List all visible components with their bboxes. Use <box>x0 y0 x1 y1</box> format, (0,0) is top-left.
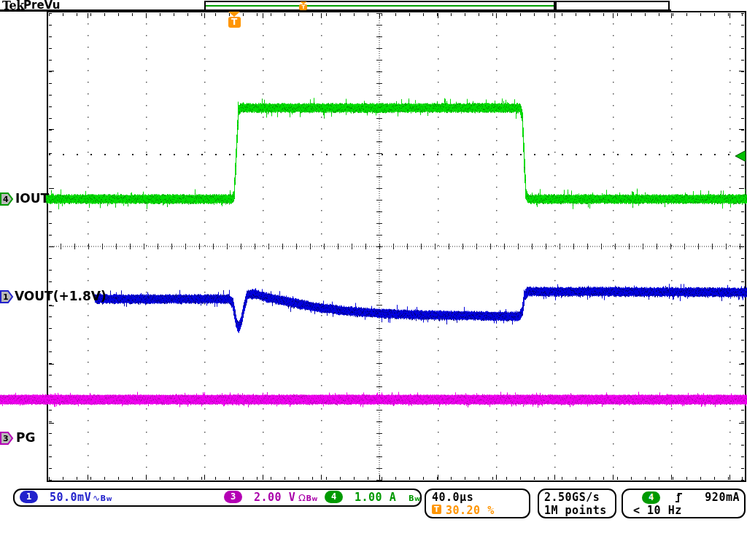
acquisition-readout-box[interactable]: 2.50GS/s 1M points <box>538 489 616 518</box>
channel-1-scale: 50.0mV <box>50 491 91 504</box>
channel-1-position-marker-icon[interactable]: 1 <box>0 290 14 303</box>
oscilloscope-screen: Tek PreVu T T 4 1 3 IOUT VOUT(+1.8V) PG … <box>0 0 747 560</box>
trigger-position-marker-icon[interactable]: T <box>228 12 241 28</box>
record-length-readout: 1M points <box>544 504 607 517</box>
trigger-position-readout: 30.20 % <box>446 504 495 517</box>
trigger-level-readout: 920mA <box>705 491 740 504</box>
rising-edge-icon <box>674 491 684 503</box>
trigger-t-icon: T <box>299 4 307 10</box>
svg-text:1: 1 <box>3 292 9 302</box>
svg-text:3: 3 <box>3 434 9 443</box>
bandwidth-limit-icon: BW <box>306 491 317 504</box>
svg-text:4: 4 <box>3 195 9 204</box>
channel-4-scale: 1.00 A <box>355 491 396 504</box>
trigger-arrow-icon <box>228 12 240 17</box>
channel-3-scale: 2.00 V <box>254 491 295 504</box>
channel-3-badge[interactable]: 3 <box>224 491 242 503</box>
waveform-graticule-canvas <box>0 0 747 560</box>
channel-3-position-marker-icon[interactable]: 3 <box>0 432 14 445</box>
ac-coupling-icon: ∿ <box>93 493 101 503</box>
trace-label-vout: VOUT(+1.8V) <box>15 289 107 303</box>
impedance-ohm-icon: Ω <box>298 492 306 503</box>
trigger-t-icon: T <box>432 505 441 514</box>
trigger-readout-box[interactable]: 4 920mA < 10 Hz <box>622 489 746 518</box>
record-trace-line <box>206 5 554 7</box>
bandwidth-limit-icon: BW <box>101 491 112 504</box>
channel-scale-readout-box[interactable]: 1 50.0mV ∿BW 3 2.00 V ΩBW 4 1.00 A BW <box>13 489 422 507</box>
trace-label-iout: IOUT <box>15 191 49 206</box>
sample-rate-readout: 2.50GS/s <box>544 491 600 504</box>
channel-4-badge[interactable]: 4 <box>325 491 343 503</box>
bandwidth-limit-icon: BW <box>409 491 420 504</box>
trigger-coupling-readout: < 10 Hz <box>633 504 682 517</box>
channel-4-position-marker-icon[interactable]: 4 <box>0 192 14 206</box>
timebase-readout: 40.0µs <box>432 491 473 504</box>
record-trigger-marker-icon[interactable]: T <box>299 1 308 10</box>
trigger-source-badge: 4 <box>642 491 660 504</box>
channel-1-badge[interactable]: 1 <box>20 491 38 503</box>
trace-label-pg: PG <box>16 430 35 445</box>
top-bar-underline <box>0 9 671 12</box>
horizontal-readout-box[interactable]: 40.0µs T 30.20 % <box>425 489 530 518</box>
trigger-t-icon: T <box>228 17 241 28</box>
